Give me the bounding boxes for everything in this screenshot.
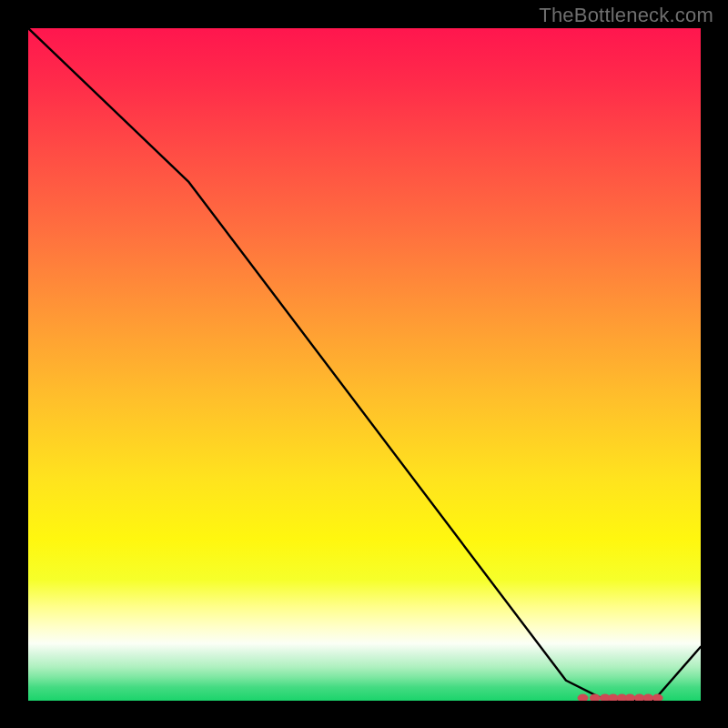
attribution-label: TheBottleneck.com — [539, 4, 713, 27]
chart-frame: TheBottleneck.com — [0, 0, 728, 728]
optimal-dot — [652, 694, 662, 701]
optimal-dot — [625, 694, 635, 701]
optimal-dot — [578, 694, 588, 701]
optimal-dots — [578, 694, 662, 701]
optimal-dot — [643, 694, 653, 701]
plot-area — [27, 27, 701, 701]
curve-layer — [27, 27, 701, 701]
bottleneck-curve — [27, 27, 701, 701]
optimal-dot — [590, 694, 600, 701]
plot-inner — [27, 27, 701, 701]
